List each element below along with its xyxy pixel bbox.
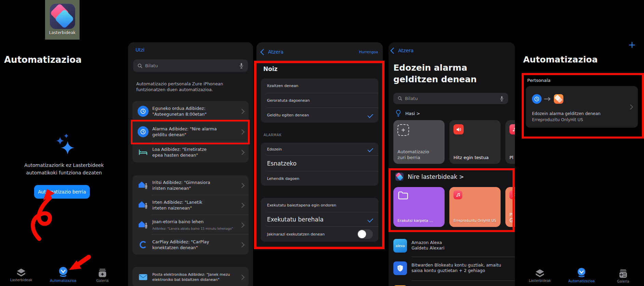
alarm-options-card: Edozein Esnatzeko Lehendik dagoen (261, 143, 378, 186)
search-placeholder: Bilatu (405, 96, 500, 101)
screen-title: Edozein alarma gelditzen denean (393, 62, 477, 85)
option-run-after-confirm[interactable]: Exekutatu baieztapena egin ondoren (261, 198, 378, 212)
row-time-of-day[interactable]: Eguneko ordua Adibidez:"Asteegunetan 8:0… (132, 101, 249, 121)
option-notify-when-run[interactable]: Jakinarazi exekutatzen denean (261, 227, 378, 242)
section-title: Noiz (263, 66, 278, 72)
search-input[interactable]: Bilatu (133, 59, 248, 72)
chevron-right-icon (239, 202, 245, 208)
mic-icon[interactable] (239, 62, 244, 69)
chevron-right-icon (628, 104, 633, 110)
bitwarden-shield-icon (393, 261, 407, 275)
row-arrive[interactable]: Iritsi Adibidez: "Gimnasiorairisten naiz… (132, 175, 249, 195)
clock-icon (138, 126, 149, 137)
option-stopped[interactable]: Gelditu egiten denean (261, 108, 378, 123)
speak-text-icon (453, 124, 464, 134)
checkmark-icon (367, 146, 373, 152)
page-title: Automatizazioa (4, 55, 82, 65)
mic-icon[interactable] (500, 96, 504, 102)
chevron-right-icon (239, 129, 245, 134)
music-icon (509, 190, 515, 199)
tab-automation[interactable]: Automatizazioa (44, 266, 82, 283)
notify-toggle[interactable] (357, 229, 373, 239)
home-commute-icon (137, 220, 149, 229)
new-automation-sheet: Utzi Bilatu Automatizazio pertsonala Zur… (128, 42, 253, 286)
row-bitwarden[interactable]: Bitwarden Blokeatu kontu guztiak, amaitu… (389, 258, 515, 281)
search-icon (137, 63, 143, 69)
option-existing[interactable]: Lehendik dagoen (261, 171, 378, 186)
shortcut-orange-icon (554, 94, 563, 104)
tile-partial-play[interactable]: Pl (505, 120, 515, 164)
cancel-button[interactable]: Utzi (136, 47, 144, 53)
tile-play-onlyhit[interactable]: Erreproduzitu OnlyHit US (449, 187, 501, 227)
chevron-right-icon (239, 242, 245, 247)
my-shortcuts-header[interactable]: Nire lasterbideak > (395, 173, 464, 181)
option-run-immediately[interactable]: Exekutatu berehala (261, 212, 378, 227)
stop-options-card: Itzaltzen denean Geroratuta dagoenean Ge… (261, 78, 378, 123)
automation-group-mail: Posta elektronikoa Adibidez: "Janek mezu… (132, 267, 249, 286)
search-input[interactable]: Bilatu (393, 93, 508, 104)
bed-icon (137, 148, 149, 156)
option-any-alarm[interactable]: Edozein (261, 143, 378, 156)
app-icon-label: Lasterbideak (49, 30, 76, 35)
sheet-description: Automatizazio pertsonala Zure iPhonean f… (136, 81, 223, 92)
tab-automation[interactable]: Automatizazioa (563, 267, 600, 283)
music-icon (509, 124, 515, 134)
row-amazon-alexa[interactable]: alexa Amazon AlexaGaldetu Alexari (389, 235, 515, 257)
chevron-left-icon (260, 49, 266, 55)
option-turned-off[interactable]: Itzaltzen denean (261, 78, 378, 93)
actions-screen: Atzera Edozein alarma gelditzen denean B… (389, 42, 515, 286)
run-options-card: Exekutatu baieztapena egin ondoren Exeku… (261, 198, 378, 242)
layers-icon (535, 269, 545, 278)
automation-card[interactable]: Edozein alarma gelditzen denean Erreprod… (526, 86, 638, 128)
back-button[interactable]: Atzera (391, 48, 414, 53)
checkmark-icon (367, 112, 373, 118)
shortcuts-app-icon[interactable] (50, 4, 75, 29)
chevron-right-icon (239, 274, 245, 280)
music-icon (453, 190, 462, 199)
checkmark-icon (367, 217, 373, 223)
add-button[interactable]: + (628, 40, 636, 50)
tab-shortcuts[interactable]: Lasterbideak (521, 269, 559, 283)
row-sleep[interactable]: Loa Adibidez: "Erretiratzeepea hasten de… (132, 142, 249, 162)
gallery-icon (98, 268, 107, 278)
row-email[interactable]: Posta elektronikoa Adibidez: "Janek mezu… (132, 267, 249, 286)
automation-group-time: Eguneko ordua Adibidez:"Asteegunetan 8:0… (132, 101, 249, 162)
search-icon (397, 96, 403, 101)
arrow-right-icon (544, 97, 551, 101)
empty-state-text: Automatizaziorik ez Lasterbideek automat… (10, 161, 118, 176)
tab-gallery[interactable]: Galeria (604, 269, 642, 283)
tile-partial-play-2[interactable]: Pl G (505, 187, 515, 227)
layers-icon (16, 268, 26, 277)
new-dashed-plus-icon (397, 124, 409, 136)
alarms-section-header: ALARMAK (264, 133, 282, 137)
get-started-link[interactable]: Hasi > (395, 109, 420, 117)
chevron-right-icon (239, 149, 245, 155)
row-books-partial[interactable]: Books (389, 282, 515, 286)
tile-show-folder[interactable]: Erakutsi karpeta ... (393, 187, 445, 227)
automation-icon (576, 267, 587, 278)
desktop-app-tile[interactable]: Lasterbideak (45, 0, 80, 40)
option-snoozed[interactable]: Geroratuta dagoenean (261, 93, 378, 108)
chevron-right-icon (239, 109, 245, 114)
clock-icon (138, 106, 149, 117)
bulb-icon (395, 109, 401, 117)
tile-speak-text[interactable]: Hitz egin testua (449, 120, 501, 164)
tab-shortcuts[interactable]: Lasterbideak (2, 268, 40, 282)
mail-icon (137, 273, 149, 281)
home-arrive-icon (137, 181, 149, 190)
carplay-icon (137, 240, 149, 249)
option-wake-up[interactable]: Esnatzeko (261, 156, 378, 171)
new-automation-button[interactable]: Automatizazio berria (34, 185, 90, 199)
row-leave[interactable]: Irten Adibidez: "Lanetikirteten naizenea… (132, 195, 249, 215)
annotation-arrow-button (20, 188, 96, 274)
row-commute[interactable]: Joan-etorria baino lehen Adibidez: "Lane… (132, 215, 249, 235)
back-button[interactable]: Atzera (261, 49, 283, 55)
chevron-right-icon (239, 222, 245, 228)
next-button[interactable]: Hurrengoa (359, 50, 378, 54)
clock-icon (532, 94, 542, 104)
row-alarm[interactable]: Alarma Adibidez: "Nire alarmagelditu den… (132, 121, 249, 142)
tab-gallery[interactable]: Galeria (84, 268, 121, 283)
search-placeholder: Bilatu (145, 63, 239, 68)
row-carplay[interactable]: CarPlay Adibidez: "CarPlaykonektatzen de… (132, 235, 249, 255)
tile-new-blank-automation[interactable]: Automatizaziozuri berria (393, 120, 445, 164)
